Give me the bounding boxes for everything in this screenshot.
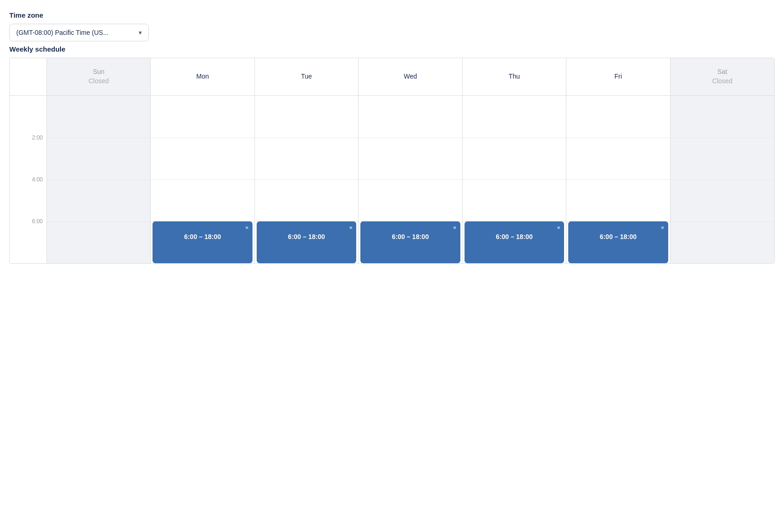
day-name-thu: Thu: [509, 72, 520, 81]
closed-text-sat: Closed: [712, 77, 732, 86]
day-column-wed[interactable]: × 6:00 – 18:00: [359, 96, 462, 263]
day-name-mon: Mon: [196, 72, 209, 81]
schedule-block-tue[interactable]: × 6:00 – 18:00: [257, 221, 356, 263]
block-time-fri: 6:00 – 18:00: [572, 233, 664, 240]
header-cell-sat[interactable]: Sat Closed: [671, 58, 774, 95]
close-icon-mon[interactable]: ×: [245, 224, 249, 231]
schedule-block-mon[interactable]: × 6:00 – 18:00: [153, 221, 252, 263]
day-name-sun: Sun: [93, 67, 105, 77]
day-name-sat: Sat: [718, 67, 727, 77]
timezone-select[interactable]: (GMT-08:00) Pacific Time (US... ▾: [9, 24, 149, 41]
schedule-block-wed[interactable]: × 6:00 – 18:00: [360, 221, 460, 263]
timezone-section: Time zone (GMT-08:00) Pacific Time (US..…: [9, 11, 775, 41]
header-cell-tue[interactable]: Tue: [255, 58, 359, 95]
day-column-tue[interactable]: × 6:00 – 18:00: [255, 96, 359, 263]
schedule-label: Weekly schedule: [9, 45, 775, 53]
day-name-fri: Fri: [614, 72, 622, 81]
close-icon-tue[interactable]: ×: [349, 224, 353, 231]
close-icon-thu[interactable]: ×: [557, 224, 561, 231]
schedule-header: Sun Closed Mon Tue Wed Thu Fri: [10, 58, 774, 96]
close-icon-fri[interactable]: ×: [661, 224, 664, 231]
close-icon-wed[interactable]: ×: [453, 224, 457, 231]
header-cell-thu[interactable]: Thu: [463, 58, 566, 95]
closed-text-sun: Closed: [88, 77, 109, 86]
header-empty-cell: [10, 58, 47, 95]
day-name-tue: Tue: [301, 72, 312, 81]
day-name-wed: Wed: [404, 72, 417, 81]
day-column-mon[interactable]: × 6:00 – 18:00: [151, 96, 254, 263]
header-cell-fri[interactable]: Fri: [566, 58, 670, 95]
block-time-thu: 6:00 – 18:00: [468, 233, 560, 240]
time-axis: 2:00 4:00 6:00: [10, 96, 47, 263]
day-column-sat[interactable]: [671, 96, 774, 263]
chevron-down-icon: ▾: [139, 29, 142, 36]
header-cell-sun[interactable]: Sun Closed: [47, 58, 151, 95]
weekly-schedule-section: Weekly schedule Sun Closed Mon Tue Wed: [9, 45, 775, 264]
header-cell-wed[interactable]: Wed: [359, 58, 462, 95]
schedule-block-thu[interactable]: × 6:00 – 18:00: [465, 221, 564, 263]
time-label-600: 6:00: [32, 218, 43, 225]
schedule-body: 2:00 4:00 6:00 × 6:00 – 18:00: [10, 96, 774, 263]
day-column-thu[interactable]: × 6:00 – 18:00: [463, 96, 566, 263]
block-time-wed: 6:00 – 18:00: [364, 233, 456, 240]
time-label-200: 2:00: [32, 134, 43, 141]
block-time-tue: 6:00 – 18:00: [260, 233, 352, 240]
time-label-400: 4:00: [32, 176, 43, 183]
day-column-sun[interactable]: [47, 96, 151, 263]
day-column-fri[interactable]: × 6:00 – 18:00: [566, 96, 670, 263]
schedule-grid: Sun Closed Mon Tue Wed Thu Fri: [9, 58, 775, 264]
timezone-value: (GMT-08:00) Pacific Time (US...: [16, 29, 108, 36]
timezone-label: Time zone: [9, 11, 775, 19]
header-cell-mon[interactable]: Mon: [151, 58, 254, 95]
schedule-block-fri[interactable]: × 6:00 – 18:00: [568, 221, 668, 263]
block-time-mon: 6:00 – 18:00: [156, 233, 248, 240]
